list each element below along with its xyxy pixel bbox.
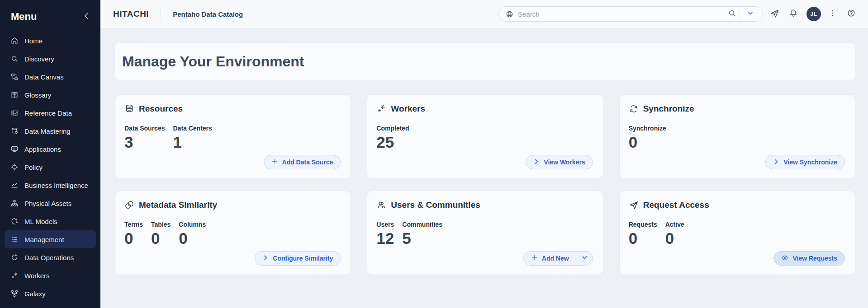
sidebar-title: Menu xyxy=(11,11,37,23)
sidebar-item-label: Data Mastering xyxy=(24,127,71,135)
card-workers: Workers Completed 25 View Workers xyxy=(367,94,603,179)
sidebar-item-label: Data Operations xyxy=(24,254,74,261)
database-check-icon xyxy=(10,127,19,135)
sidebar-item-label: Business Intelligence xyxy=(24,182,88,189)
search-bar xyxy=(498,6,763,22)
sidebar-item-policy[interactable]: Policy xyxy=(5,158,96,176)
chevron-right-icon xyxy=(262,255,269,262)
sidebar-item-label: Discovery xyxy=(24,55,54,63)
card-metadata-similarity: Metadata Similarity Terms 0 Tables 0 Col… xyxy=(115,191,351,275)
sidebar-item-management[interactable]: Management xyxy=(5,230,96,248)
paper-plane-icon xyxy=(770,9,779,20)
stat-columns: Columns 0 xyxy=(179,221,206,247)
globe-icon xyxy=(505,10,514,19)
configure-similarity-button[interactable]: Configure Similarity xyxy=(255,251,341,266)
sidebar-item-home[interactable]: Home xyxy=(5,32,96,50)
search-scope-dropdown[interactable] xyxy=(740,7,761,21)
ml-models-icon xyxy=(10,217,19,225)
magnifier-icon xyxy=(728,9,736,19)
view-workers-button[interactable]: View Workers xyxy=(526,155,593,169)
add-new-button[interactable]: Add New xyxy=(523,251,593,266)
search-input[interactable] xyxy=(518,10,724,18)
stat-data-centers: Data Centers 1 xyxy=(173,125,212,151)
stat-data-sources: Data Sources 3 xyxy=(124,125,165,151)
sidebar-item-reference-data[interactable]: Reference Data xyxy=(5,104,96,122)
reference-doc-icon xyxy=(10,109,19,117)
gears-icon xyxy=(10,271,19,280)
sidebar-item-discovery[interactable]: Discovery xyxy=(5,50,96,68)
sync-arrows-icon xyxy=(629,104,639,114)
chevron-down-icon xyxy=(747,10,754,18)
notifications-button[interactable] xyxy=(786,6,801,22)
add-new-dropdown[interactable] xyxy=(580,254,589,262)
users-icon xyxy=(376,200,386,210)
stat-communities: Communities 5 xyxy=(402,221,442,247)
help-button[interactable] xyxy=(844,6,859,22)
sidebar-item-data-operations[interactable]: Data Operations xyxy=(5,248,96,266)
sidebar-header: Menu xyxy=(0,11,100,23)
sidebar-item-label: Policy xyxy=(24,163,43,171)
stat-synchronize: Synchronize 0 xyxy=(629,125,666,151)
card-title: Synchronize xyxy=(643,104,694,114)
sidebar-item-label: Galaxy xyxy=(24,290,46,298)
canvas-flow-icon xyxy=(10,73,19,81)
sidebar-collapse-button[interactable] xyxy=(81,12,91,22)
chevron-right-icon xyxy=(533,159,540,166)
add-data-source-button[interactable]: Add Data Source xyxy=(264,155,341,169)
book-icon xyxy=(10,91,19,99)
search-icon xyxy=(10,55,19,63)
top-bar: HITACHI Pentaho Data Catalog JL xyxy=(100,0,868,28)
avatar[interactable]: JL xyxy=(806,7,821,21)
sidebar-item-data-mastering[interactable]: Data Mastering xyxy=(5,122,96,140)
stat-active: Active 0 xyxy=(665,221,684,247)
main-area: HITACHI Pentaho Data Catalog JL xyxy=(100,0,868,308)
sidebar-item-label: Applications xyxy=(24,145,61,153)
card-users-communities: Users & Communities Users 12 Communities… xyxy=(367,191,603,275)
sidebar-nav: Home Discovery Data Canvas Glossary Refe… xyxy=(0,32,100,303)
page-title-banner: Manage Your Environment xyxy=(115,43,855,80)
policy-globe-icon xyxy=(10,163,19,171)
sidebar-item-data-canvas[interactable]: Data Canvas xyxy=(5,68,96,86)
sidebar-item-applications[interactable]: Applications xyxy=(5,140,96,158)
sidebar-item-label: Workers xyxy=(24,272,50,280)
database-stack-icon xyxy=(124,104,134,114)
stat-requests: Requests 0 xyxy=(629,221,657,247)
sidebar-item-label: Home xyxy=(24,37,43,45)
card-title: Metadata Similarity xyxy=(139,200,217,210)
bell-icon xyxy=(789,9,798,19)
sidebar-item-physical-assets[interactable]: Physical Assets xyxy=(5,194,96,212)
sidebar-item-business-intelligence[interactable]: Business Intelligence xyxy=(5,176,96,194)
search-submit-button[interactable] xyxy=(724,7,740,21)
sidebar-item-label: Physical Assets xyxy=(24,200,71,207)
network-icon xyxy=(10,289,19,298)
card-synchronize: Synchronize Synchronize 0 View Synchroni… xyxy=(619,94,855,179)
card-resources: Resources Data Sources 3 Data Centers 1 … xyxy=(115,94,351,179)
gears-icon xyxy=(376,104,386,114)
sidebar-item-label: ML Models xyxy=(24,218,57,225)
sidebar-item-label: Glossary xyxy=(24,91,51,99)
card-title: Request Access xyxy=(643,200,709,210)
sidebar-item-galaxy[interactable]: Galaxy xyxy=(5,285,96,303)
sidebar-item-glossary[interactable]: Glossary xyxy=(5,86,96,104)
chevron-right-icon xyxy=(773,159,779,166)
card-request-access: Request Access Requests 0 Active 0 View … xyxy=(619,191,855,275)
stat-tables: Tables 0 xyxy=(151,221,171,247)
product-title: Pentaho Data Catalog xyxy=(173,10,243,18)
similarity-circles-icon xyxy=(124,200,134,210)
sidebar-item-ml-models[interactable]: ML Models xyxy=(5,212,96,230)
cards-grid: Resources Data Sources 3 Data Centers 1 … xyxy=(115,94,855,275)
sidebar-item-workers[interactable]: Workers xyxy=(5,266,96,285)
card-title: Workers xyxy=(391,104,425,114)
view-synchronize-button[interactable]: View Synchronize xyxy=(765,155,845,169)
card-title: Resources xyxy=(139,104,183,114)
hitachi-logo: HITACHI xyxy=(113,9,149,19)
list-icon xyxy=(10,235,19,243)
page-title: Manage Your Environment xyxy=(122,53,304,70)
send-button[interactable] xyxy=(767,6,782,22)
more-options-button[interactable] xyxy=(825,6,840,22)
sidebar-item-label: Management xyxy=(24,236,64,243)
paper-plane-icon xyxy=(629,200,639,210)
stat-completed: Completed 25 xyxy=(376,125,409,151)
view-requests-button[interactable]: View Requests xyxy=(773,251,845,266)
stat-terms: Terms 0 xyxy=(124,221,143,247)
